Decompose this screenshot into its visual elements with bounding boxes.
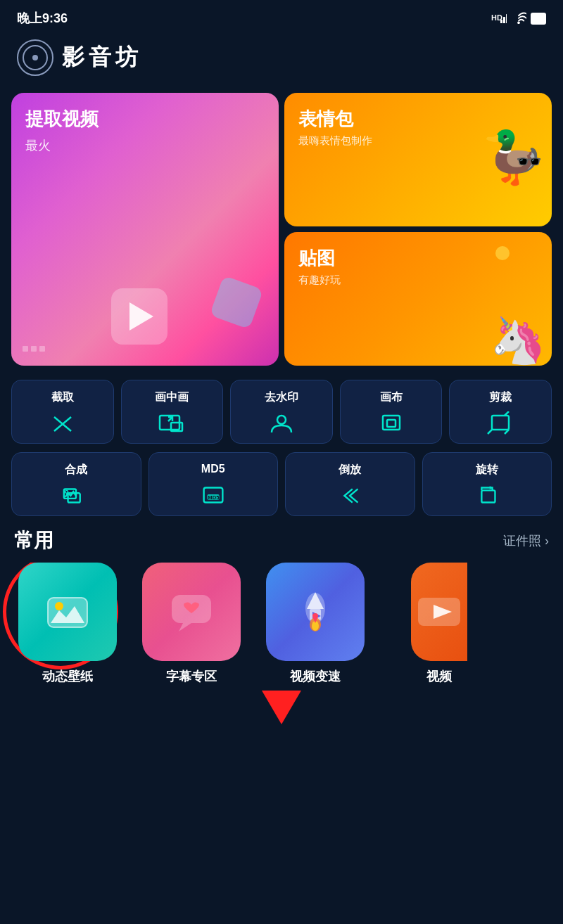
tool-pip-label: 画中画 [155,390,189,405]
svg-rect-2 [503,17,505,23]
svg-marker-29 [179,623,191,631]
speed-label: 视频变速 [290,668,341,685]
tool-md5-label: MD5 [201,463,225,475]
app-header: 影音坊 [0,34,563,87]
tool-watermark-icon [267,411,296,436]
signal-icon: HD [491,11,507,26]
tool-reverse-icon [335,483,365,508]
svg-text:MD5: MD5 [208,494,220,501]
svg-rect-1 [500,20,502,23]
svg-rect-14 [492,416,509,430]
tool-pip-icon [157,411,186,436]
svg-line-16 [488,430,492,434]
section-header: 常用 证件照 › [0,522,563,563]
logo-center [32,55,38,60]
banner-extract-video[interactable]: 提取视频 最火 [11,93,279,366]
banner-sticker[interactable]: 贴图 有趣好玩 🦄 [284,232,552,366]
wallpaper-icon [18,563,117,661]
tool-merge-icon [61,483,91,508]
tool-rotate-icon [472,483,502,508]
banner-extract-title: 提取视频 [25,107,265,131]
banner-section: 提取视频 最火 表情包 最嗨表情包制作 🦆 🕶️ 贴图 有趣好玩 🦄 [0,87,563,374]
tool-canvas[interactable]: 画布 [340,380,443,444]
tool-grid-row2: 合成 MD5 MD5 倒放 [0,452,563,516]
banner-sticker-subtitle: 有趣好玩 [298,274,538,287]
svg-point-20 [65,490,68,493]
tool-canvas-icon [377,411,406,436]
tool-canvas-label: 画布 [380,390,403,405]
tool-merge-label: 合成 [65,463,87,477]
section-title: 常用 [14,527,53,554]
section-link[interactable]: 证件照 › [503,532,549,549]
tool-rotate[interactable]: 旋转 [422,452,552,516]
tool-clip-icon [48,411,77,436]
star-deco [495,246,510,260]
tool-merge[interactable]: 合成 [11,452,141,516]
subtitle-label: 字幕专区 [166,668,217,685]
sticker-decoration: 🦄 [490,318,546,363]
banner-extract-tag: 最火 [25,137,265,154]
red-arrow-container [0,691,563,738]
svg-rect-13 [387,420,396,427]
red-arrow-indicator [262,691,301,724]
app-title: 影音坊 [62,42,142,73]
svg-rect-3 [506,14,507,23]
status-bar: 晚上9:36 HD 95 [0,0,563,34]
status-icons: HD 95 [491,11,546,26]
app-logo [17,39,53,76]
subtitle-icon [142,563,241,661]
tool-rotate-label: 旋转 [476,463,498,477]
battery-icon: 95 [531,13,546,25]
wifi-icon [511,11,526,26]
app-wallpaper[interactable]: 动态壁纸 [11,563,124,685]
tool-reverse[interactable]: 倒放 [285,452,415,516]
tool-clip-label: 截取 [51,390,74,405]
svg-point-36 [312,613,318,619]
partial-icon [411,563,467,661]
banner-emoji[interactable]: 表情包 最嗨表情包制作 🦆 🕶️ [284,93,552,226]
tool-crop-icon [486,411,515,436]
tool-watermark[interactable]: 去水印 [230,380,333,444]
tool-crop-label: 剪裁 [489,390,512,405]
status-time: 晚上9:36 [17,10,68,27]
app-subtitle[interactable]: 字幕专区 [135,563,248,685]
banner-emoji-title: 表情包 [298,107,538,131]
deco-shape [210,276,264,330]
svg-rect-24 [481,490,495,502]
svg-point-5 [517,21,520,24]
app-speed[interactable]: 视频变速 [259,563,372,685]
tool-crop[interactable]: 剪裁 [449,380,552,444]
app-partial[interactable]: 视频 [383,563,495,685]
play-triangle-icon [129,302,153,331]
logo-inner [23,45,48,70]
tool-pip[interactable]: 画中画 [121,380,224,444]
tool-clip[interactable]: 截取 [11,380,114,444]
sunglasses-decoration: 🕶️ [516,149,542,174]
film-decoration [23,346,45,352]
speed-icon [266,563,365,661]
tool-md5-icon: MD5 [198,483,228,508]
tool-reverse-label: 倒放 [339,463,361,477]
tool-watermark-label: 去水印 [265,390,298,405]
svg-point-26 [55,602,63,610]
tool-md5[interactable]: MD5 MD5 [148,452,279,516]
app-icons-row: 动态壁纸 字幕专区 [0,563,563,685]
play-button-decoration [111,288,167,345]
svg-point-11 [277,416,286,424]
partial-label: 视频 [426,668,452,685]
wallpaper-label: 动态壁纸 [42,668,93,685]
tool-grid-row1: 截取 画中画 去水印 [0,374,563,449]
